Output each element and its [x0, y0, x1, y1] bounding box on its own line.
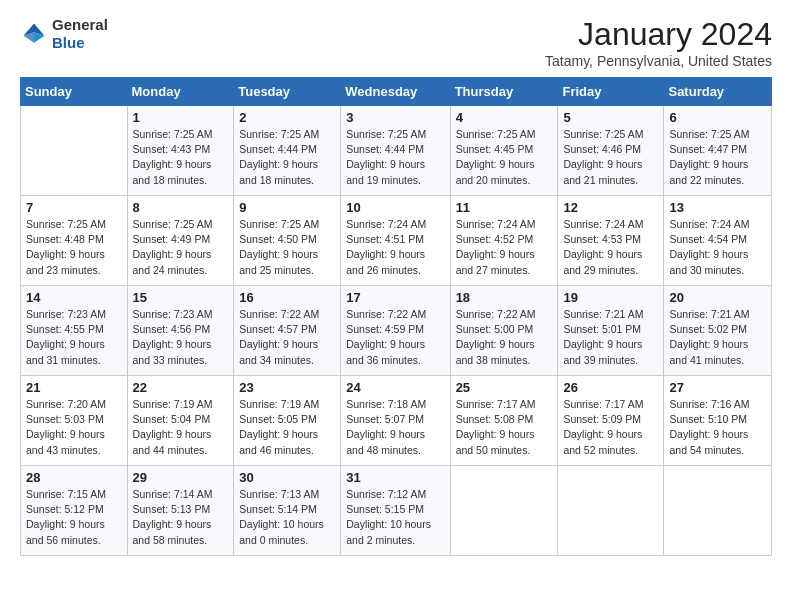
calendar-cell: 3Sunrise: 7:25 AM Sunset: 4:44 PM Daylig… — [341, 106, 450, 196]
day-number: 2 — [239, 110, 335, 125]
day-info: Sunrise: 7:24 AM Sunset: 4:51 PM Dayligh… — [346, 217, 444, 278]
calendar-cell: 27Sunrise: 7:16 AM Sunset: 5:10 PM Dayli… — [664, 376, 772, 466]
calendar-cell: 10Sunrise: 7:24 AM Sunset: 4:51 PM Dayli… — [341, 196, 450, 286]
calendar-week-row: 7Sunrise: 7:25 AM Sunset: 4:48 PM Daylig… — [21, 196, 772, 286]
day-info: Sunrise: 7:17 AM Sunset: 5:08 PM Dayligh… — [456, 397, 553, 458]
calendar-cell: 26Sunrise: 7:17 AM Sunset: 5:09 PM Dayli… — [558, 376, 664, 466]
calendar-cell: 11Sunrise: 7:24 AM Sunset: 4:52 PM Dayli… — [450, 196, 558, 286]
day-number: 30 — [239, 470, 335, 485]
calendar-cell: 14Sunrise: 7:23 AM Sunset: 4:55 PM Dayli… — [21, 286, 128, 376]
day-number: 8 — [133, 200, 229, 215]
calendar-cell: 5Sunrise: 7:25 AM Sunset: 4:46 PM Daylig… — [558, 106, 664, 196]
logo-icon — [20, 20, 48, 48]
logo-text: General Blue — [52, 16, 108, 52]
day-number: 25 — [456, 380, 553, 395]
day-info: Sunrise: 7:13 AM Sunset: 5:14 PM Dayligh… — [239, 487, 335, 548]
day-info: Sunrise: 7:24 AM Sunset: 4:52 PM Dayligh… — [456, 217, 553, 278]
day-number: 6 — [669, 110, 766, 125]
calendar-cell: 1Sunrise: 7:25 AM Sunset: 4:43 PM Daylig… — [127, 106, 234, 196]
day-number: 26 — [563, 380, 658, 395]
location-subtitle: Tatamy, Pennsylvania, United States — [545, 53, 772, 69]
calendar-table: Sunday Monday Tuesday Wednesday Thursday… — [20, 77, 772, 556]
day-info: Sunrise: 7:21 AM Sunset: 5:01 PM Dayligh… — [563, 307, 658, 368]
calendar-cell: 24Sunrise: 7:18 AM Sunset: 5:07 PM Dayli… — [341, 376, 450, 466]
calendar-cell: 29Sunrise: 7:14 AM Sunset: 5:13 PM Dayli… — [127, 466, 234, 556]
calendar-cell — [450, 466, 558, 556]
day-info: Sunrise: 7:24 AM Sunset: 4:54 PM Dayligh… — [669, 217, 766, 278]
calendar-cell: 18Sunrise: 7:22 AM Sunset: 5:00 PM Dayli… — [450, 286, 558, 376]
calendar-cell: 20Sunrise: 7:21 AM Sunset: 5:02 PM Dayli… — [664, 286, 772, 376]
day-info: Sunrise: 7:20 AM Sunset: 5:03 PM Dayligh… — [26, 397, 122, 458]
day-info: Sunrise: 7:14 AM Sunset: 5:13 PM Dayligh… — [133, 487, 229, 548]
day-number: 4 — [456, 110, 553, 125]
day-number: 23 — [239, 380, 335, 395]
calendar-week-row: 1Sunrise: 7:25 AM Sunset: 4:43 PM Daylig… — [21, 106, 772, 196]
day-number: 7 — [26, 200, 122, 215]
day-number: 12 — [563, 200, 658, 215]
day-info: Sunrise: 7:25 AM Sunset: 4:45 PM Dayligh… — [456, 127, 553, 188]
day-info: Sunrise: 7:25 AM Sunset: 4:44 PM Dayligh… — [239, 127, 335, 188]
calendar-week-row: 21Sunrise: 7:20 AM Sunset: 5:03 PM Dayli… — [21, 376, 772, 466]
calendar-cell: 17Sunrise: 7:22 AM Sunset: 4:59 PM Dayli… — [341, 286, 450, 376]
day-number: 19 — [563, 290, 658, 305]
calendar-week-row: 14Sunrise: 7:23 AM Sunset: 4:55 PM Dayli… — [21, 286, 772, 376]
calendar-cell — [558, 466, 664, 556]
calendar-cell: 25Sunrise: 7:17 AM Sunset: 5:08 PM Dayli… — [450, 376, 558, 466]
day-info: Sunrise: 7:25 AM Sunset: 4:44 PM Dayligh… — [346, 127, 444, 188]
day-info: Sunrise: 7:22 AM Sunset: 5:00 PM Dayligh… — [456, 307, 553, 368]
day-info: Sunrise: 7:15 AM Sunset: 5:12 PM Dayligh… — [26, 487, 122, 548]
day-info: Sunrise: 7:22 AM Sunset: 4:57 PM Dayligh… — [239, 307, 335, 368]
month-year-title: January 2024 — [545, 16, 772, 53]
col-saturday: Saturday — [664, 78, 772, 106]
day-number: 20 — [669, 290, 766, 305]
day-number: 18 — [456, 290, 553, 305]
calendar-cell: 22Sunrise: 7:19 AM Sunset: 5:04 PM Dayli… — [127, 376, 234, 466]
day-info: Sunrise: 7:25 AM Sunset: 4:47 PM Dayligh… — [669, 127, 766, 188]
day-info: Sunrise: 7:17 AM Sunset: 5:09 PM Dayligh… — [563, 397, 658, 458]
day-info: Sunrise: 7:25 AM Sunset: 4:46 PM Dayligh… — [563, 127, 658, 188]
day-number: 31 — [346, 470, 444, 485]
calendar-cell — [664, 466, 772, 556]
calendar-cell: 2Sunrise: 7:25 AM Sunset: 4:44 PM Daylig… — [234, 106, 341, 196]
calendar-cell: 4Sunrise: 7:25 AM Sunset: 4:45 PM Daylig… — [450, 106, 558, 196]
calendar-header-row: Sunday Monday Tuesday Wednesday Thursday… — [21, 78, 772, 106]
day-number: 16 — [239, 290, 335, 305]
calendar-cell: 6Sunrise: 7:25 AM Sunset: 4:47 PM Daylig… — [664, 106, 772, 196]
col-tuesday: Tuesday — [234, 78, 341, 106]
calendar-cell: 31Sunrise: 7:12 AM Sunset: 5:15 PM Dayli… — [341, 466, 450, 556]
day-number: 17 — [346, 290, 444, 305]
day-number: 11 — [456, 200, 553, 215]
calendar-cell: 15Sunrise: 7:23 AM Sunset: 4:56 PM Dayli… — [127, 286, 234, 376]
col-monday: Monday — [127, 78, 234, 106]
calendar-cell: 19Sunrise: 7:21 AM Sunset: 5:01 PM Dayli… — [558, 286, 664, 376]
day-info: Sunrise: 7:19 AM Sunset: 5:04 PM Dayligh… — [133, 397, 229, 458]
col-thursday: Thursday — [450, 78, 558, 106]
calendar-cell: 21Sunrise: 7:20 AM Sunset: 5:03 PM Dayli… — [21, 376, 128, 466]
day-info: Sunrise: 7:16 AM Sunset: 5:10 PM Dayligh… — [669, 397, 766, 458]
day-number: 13 — [669, 200, 766, 215]
day-info: Sunrise: 7:25 AM Sunset: 4:50 PM Dayligh… — [239, 217, 335, 278]
day-number: 27 — [669, 380, 766, 395]
day-info: Sunrise: 7:25 AM Sunset: 4:48 PM Dayligh… — [26, 217, 122, 278]
calendar-cell: 23Sunrise: 7:19 AM Sunset: 5:05 PM Dayli… — [234, 376, 341, 466]
calendar-cell: 28Sunrise: 7:15 AM Sunset: 5:12 PM Dayli… — [21, 466, 128, 556]
day-info: Sunrise: 7:23 AM Sunset: 4:55 PM Dayligh… — [26, 307, 122, 368]
day-number: 22 — [133, 380, 229, 395]
day-number: 5 — [563, 110, 658, 125]
day-info: Sunrise: 7:24 AM Sunset: 4:53 PM Dayligh… — [563, 217, 658, 278]
day-info: Sunrise: 7:23 AM Sunset: 4:56 PM Dayligh… — [133, 307, 229, 368]
logo: General Blue — [20, 16, 108, 52]
day-number: 28 — [26, 470, 122, 485]
calendar-cell — [21, 106, 128, 196]
col-wednesday: Wednesday — [341, 78, 450, 106]
calendar-week-row: 28Sunrise: 7:15 AM Sunset: 5:12 PM Dayli… — [21, 466, 772, 556]
header: General Blue January 2024 Tatamy, Pennsy… — [20, 16, 772, 69]
title-block: January 2024 Tatamy, Pennsylvania, Unite… — [545, 16, 772, 69]
day-number: 9 — [239, 200, 335, 215]
day-number: 29 — [133, 470, 229, 485]
calendar-cell: 16Sunrise: 7:22 AM Sunset: 4:57 PM Dayli… — [234, 286, 341, 376]
day-number: 3 — [346, 110, 444, 125]
day-number: 24 — [346, 380, 444, 395]
col-friday: Friday — [558, 78, 664, 106]
logo-blue: Blue — [52, 34, 85, 51]
